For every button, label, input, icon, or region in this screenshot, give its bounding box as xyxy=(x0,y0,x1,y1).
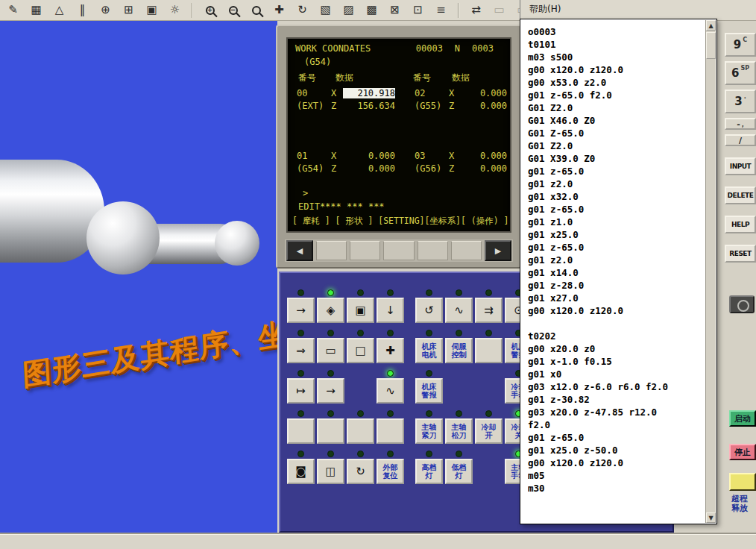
crt-softkey-labels: [ 摩耗 ] [ 形状 ] [SETTING][坐标系][ (操作) ] xyxy=(292,216,508,227)
target-icon[interactable]: ⊕ xyxy=(96,1,115,19)
key-9[interactable]: 9C xyxy=(725,33,756,57)
offset-cell: Z xyxy=(449,163,461,174)
workpiece-tip xyxy=(215,221,259,266)
softkey-button-4[interactable] xyxy=(418,241,448,260)
feed-hold-button[interactable]: → xyxy=(317,378,344,404)
feed-stop-button[interactable]: 停止 xyxy=(729,444,756,460)
scroll-up-icon[interactable]: ▲ xyxy=(706,20,716,31)
pan-icon[interactable]: ✚ xyxy=(270,1,289,19)
draw-icon[interactable]: ✎ xyxy=(4,1,22,19)
zoom-extents-icon[interactable]: ⊞ xyxy=(119,1,138,19)
zoom-window-icon[interactable] xyxy=(247,1,265,19)
led-indicator xyxy=(426,410,432,417)
calipers-icon[interactable]: ‖ xyxy=(73,1,92,19)
zoom-out-icon[interactable]: − xyxy=(224,1,242,19)
help-menu-item[interactable]: 帮助(H) xyxy=(526,1,564,17)
softkey-button-5[interactable] xyxy=(451,241,482,260)
region-icon[interactable]: ▣ xyxy=(142,1,161,19)
scrollbar[interactable]: ▲ ▼ xyxy=(705,20,716,523)
jog-mode-button[interactable]: ∿ xyxy=(445,298,473,323)
delete-key[interactable]: DELETE xyxy=(725,186,756,204)
offset-cell: 210.918 xyxy=(343,88,395,98)
softkey-page-left-button[interactable]: ◀ xyxy=(286,240,313,261)
blank-button[interactable] xyxy=(287,418,315,444)
view-front-icon[interactable]: ⊡ xyxy=(409,1,427,19)
brightness-icon[interactable]: ☼ xyxy=(166,1,184,19)
dnc-mode-button[interactable]: ↓ xyxy=(377,298,404,323)
edit-mode-button[interactable]: ◈ xyxy=(317,298,344,323)
input-key[interactable]: INPUT xyxy=(725,157,756,175)
gcode-line: G01 X39.0 Z0 xyxy=(528,152,703,165)
single-block-button[interactable]: ⇒ xyxy=(287,338,315,363)
ref-return-mode-button[interactable]: ↺ xyxy=(415,298,443,323)
offset-cell: 0.000 xyxy=(461,101,507,111)
program-protect-button[interactable]: ◙ xyxy=(287,459,315,484)
wave-icon: ∿ xyxy=(454,305,464,316)
coolant-on-button[interactable]: 冷却开 xyxy=(475,418,503,444)
machine-alarm2-button[interactable]: 机床警报 xyxy=(415,378,443,404)
program-listing-body: o0003t0101m03 s500g00 x120.0 z120.0g00 x… xyxy=(520,19,717,524)
rotate-view-icon[interactable]: ↻ xyxy=(293,1,312,19)
help-key[interactable]: HELP xyxy=(725,216,756,233)
softkey-button-3[interactable] xyxy=(383,241,414,260)
key-slash[interactable]: / xyxy=(725,134,756,146)
view-ne-iso-icon[interactable]: ▨ xyxy=(339,1,358,19)
spindle-unclamp-button[interactable]: 主轴松刀 xyxy=(445,418,473,444)
key-3[interactable]: 3. xyxy=(725,90,756,113)
view-shaded-icon[interactable]: ▩ xyxy=(362,1,381,19)
block-icon: ▭ xyxy=(325,345,336,357)
spindle-clamp-button[interactable]: 主轴紧刀 xyxy=(415,418,443,444)
spindle-rotate-button[interactable]: ↻ xyxy=(347,459,374,484)
view-sw-iso-icon[interactable]: ▧ xyxy=(316,1,335,19)
high-gear-lamp-button[interactable]: 高档灯 xyxy=(415,459,443,484)
reset-key[interactable]: RESET xyxy=(725,245,756,263)
offset-row: (G54)Z0.000(G56)Z0.000 xyxy=(288,162,510,175)
softkey-button-2[interactable] xyxy=(350,241,380,260)
dry-run-button[interactable]: ✚ xyxy=(377,338,404,363)
camera-button[interactable] xyxy=(729,295,755,313)
block-skip-button[interactable]: ▭ xyxy=(317,338,344,363)
overtravel-release-button[interactable] xyxy=(729,473,756,491)
softkey-page-right-button[interactable]: ▶ xyxy=(485,240,511,261)
blank-button[interactable] xyxy=(475,338,503,363)
offset-cell: X xyxy=(331,151,343,161)
gcode-line: G01 X46.0 Z0 xyxy=(528,114,703,127)
blank-button[interactable] xyxy=(377,418,404,444)
scroll-down-icon[interactable]: ▼ xyxy=(706,512,716,523)
graphics-viewport[interactable]: 图形三及其程序、坐标 xyxy=(0,21,277,534)
window-tile-icon[interactable]: ▭ xyxy=(490,1,508,19)
offset-cell: 01 xyxy=(297,151,331,161)
rapid-override-button[interactable]: ∿ xyxy=(377,378,404,404)
single-step-button[interactable]: ◫ xyxy=(317,459,344,484)
blank-button[interactable] xyxy=(317,418,344,444)
key-minus[interactable]: -, xyxy=(725,118,756,130)
low-gear-lamp-button[interactable]: 低档灯 xyxy=(445,459,473,484)
wave-icon: ∿ xyxy=(385,386,395,397)
auto-mode-button[interactable]: → xyxy=(287,298,315,323)
view-top-icon[interactable]: ⊠ xyxy=(385,1,404,19)
softkey-button-1[interactable] xyxy=(316,241,347,260)
offset-row: (EXT)Z156.634(G55)Z0.000 xyxy=(288,99,510,112)
zoom-in-icon[interactable]: + xyxy=(201,1,219,19)
gcode-line: g01 z-30.82 xyxy=(528,393,703,406)
program-list-icon[interactable]: ≡ xyxy=(432,1,450,19)
blank-button[interactable] xyxy=(347,418,374,444)
led-indicator xyxy=(456,410,462,417)
key-6[interactable]: 6SP xyxy=(725,61,756,85)
stamp-icon[interactable]: ▦ xyxy=(27,1,45,19)
monitor-icon: ◙ xyxy=(295,466,306,477)
machine-motor-button[interactable]: 机床电机 xyxy=(415,338,443,363)
servo-control-button[interactable]: 伺服控制 xyxy=(445,338,473,363)
step-mode-button[interactable]: ⇉ xyxy=(475,298,503,323)
machine-lock-button[interactable]: ↦ xyxy=(287,378,315,404)
gcode-line: g01 x25.0 z-50.0 xyxy=(528,444,703,457)
cycle-start-button[interactable]: 启动 xyxy=(729,410,756,427)
scrollbar-thumb[interactable] xyxy=(706,32,716,59)
external-reset-button[interactable]: 外部复位 xyxy=(377,459,404,484)
optional-stop-button[interactable]: □ xyxy=(347,338,374,363)
mdi-mode-button[interactable]: ▣ xyxy=(347,298,374,323)
setsquare-icon[interactable]: △ xyxy=(50,1,69,19)
switch-view-icon[interactable]: ⇄ xyxy=(467,1,485,19)
n-label: N xyxy=(455,43,460,54)
offset-cell: X xyxy=(331,88,343,98)
